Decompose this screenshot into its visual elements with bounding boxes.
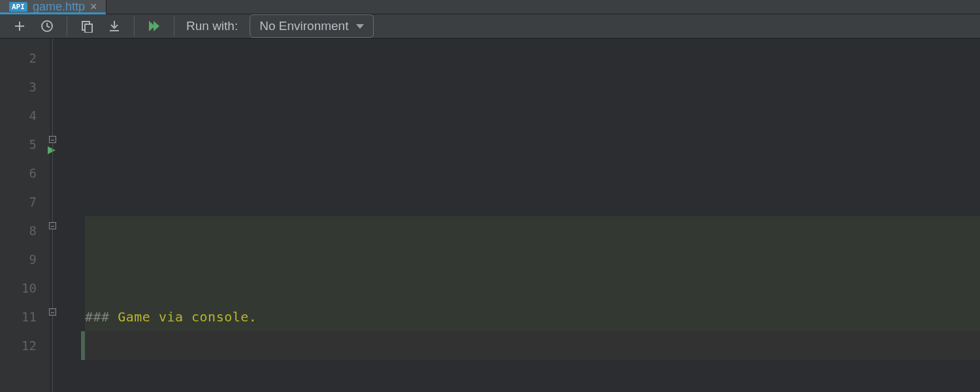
editor-toolbar: Run with: No Environment [0,14,980,39]
line-number: 7 [0,188,37,216]
line-number-gutter: 2 3 4 5 6 7 8 9 10 11 12 [0,39,50,392]
tab-bar: API game.http × [0,0,980,14]
tab-game-http[interactable]: API game.http × [0,0,106,14]
line-number: 5 [0,130,37,159]
environment-value: No Environment [259,19,348,33]
api-file-icon: API [9,2,27,12]
close-tab-icon[interactable]: × [90,0,97,14]
import-icon[interactable] [106,18,122,34]
section-title: Game via console. [118,309,257,325]
fold-toggle-icon[interactable] [49,136,56,143]
history-icon[interactable] [39,18,55,34]
fold-toggle-icon[interactable] [49,222,56,229]
add-request-icon[interactable] [12,18,27,34]
line-number: 3 [0,73,37,101]
svg-rect-2 [85,24,92,33]
environment-dropdown[interactable]: No Environment [250,14,374,38]
code-editor[interactable]: 2 3 4 5 6 7 8 9 10 11 12 ### Game via co… [0,39,980,392]
fold-toggle-icon[interactable] [49,308,56,316]
line-number: 10 [0,274,37,302]
line-number: 12 [0,331,37,360]
toolbar-separator [174,16,174,36]
section-marker: ### [85,309,110,325]
line-number: 11 [0,302,37,331]
current-line-highlight [85,331,980,360]
line-number: 6 [0,159,37,188]
line-number: 9 [0,245,37,274]
code-area[interactable]: ### Game via console. // Control this us… [85,39,980,392]
toolbar-separator [67,16,67,36]
caret-gutter-mark [81,331,85,360]
line-number: 2 [0,44,37,73]
fold-column [50,39,85,392]
line-number: 8 [0,216,37,245]
line-number: 4 [0,101,37,130]
run-with-label: Run with: [186,19,238,33]
tab-filename: game.http [33,0,85,14]
toolbar-separator [134,16,135,36]
chevron-down-icon [356,24,364,29]
copy-icon[interactable] [79,18,95,34]
run-all-icon[interactable] [146,18,162,34]
